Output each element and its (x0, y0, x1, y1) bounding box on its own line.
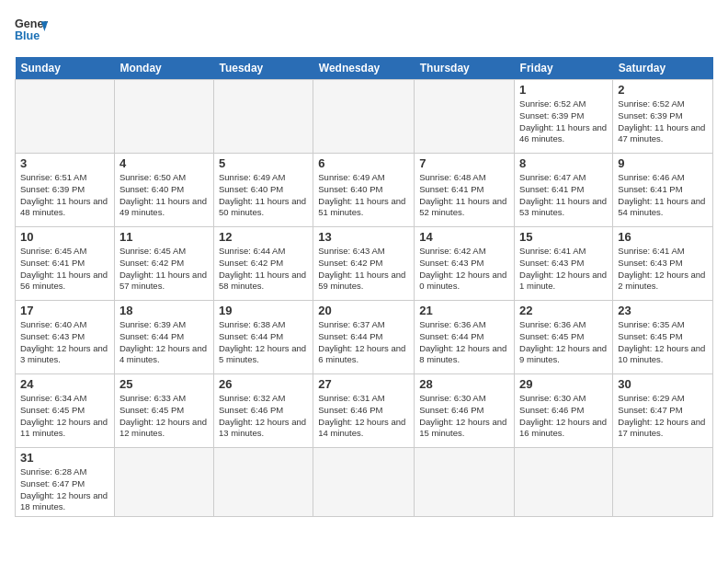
day-info: Sunrise: 6:37 AM Sunset: 6:44 PM Dayligh… (318, 319, 409, 366)
calendar-cell (213, 80, 313, 154)
logo: General Blue (15, 15, 48, 48)
day-info: Sunrise: 6:28 AM Sunset: 6:47 PM Dayligh… (20, 466, 109, 513)
day-info: Sunrise: 6:29 AM Sunset: 6:47 PM Dayligh… (618, 393, 708, 440)
day-info: Sunrise: 6:49 AM Sunset: 6:40 PM Dayligh… (318, 172, 409, 219)
day-number: 27 (318, 377, 409, 391)
calendar-cell: 31Sunrise: 6:28 AM Sunset: 6:47 PM Dayli… (16, 448, 115, 517)
day-number: 28 (419, 377, 509, 391)
calendar-cell: 15Sunrise: 6:41 AM Sunset: 6:43 PM Dayli… (515, 227, 613, 301)
day-info: Sunrise: 6:36 AM Sunset: 6:45 PM Dayligh… (519, 319, 608, 366)
calendar-cell (313, 448, 415, 517)
day-info: Sunrise: 6:50 AM Sunset: 6:40 PM Dayligh… (119, 172, 209, 219)
calendar-cell: 3Sunrise: 6:51 AM Sunset: 6:39 PM Daylig… (16, 154, 115, 227)
day-number: 17 (20, 304, 109, 317)
day-number: 8 (519, 156, 608, 170)
day-info: Sunrise: 6:35 AM Sunset: 6:45 PM Dayligh… (618, 319, 708, 366)
day-info: Sunrise: 6:52 AM Sunset: 6:39 PM Dayligh… (519, 98, 608, 145)
day-number: 10 (20, 230, 109, 244)
day-info: Sunrise: 6:44 AM Sunset: 6:42 PM Dayligh… (219, 246, 308, 293)
day-info: Sunrise: 6:52 AM Sunset: 6:39 PM Dayligh… (618, 98, 708, 145)
day-number: 22 (519, 304, 608, 317)
day-number: 9 (618, 156, 708, 170)
day-number: 23 (618, 304, 708, 317)
day-number: 1 (519, 83, 608, 97)
day-info: Sunrise: 6:49 AM Sunset: 6:40 PM Dayligh… (219, 172, 308, 219)
logo-icon: General Blue (15, 15, 48, 48)
day-info: Sunrise: 6:30 AM Sunset: 6:46 PM Dayligh… (419, 393, 509, 440)
day-info: Sunrise: 6:51 AM Sunset: 6:39 PM Dayligh… (20, 172, 109, 219)
calendar-cell: 8Sunrise: 6:47 AM Sunset: 6:41 PM Daylig… (515, 154, 613, 227)
calendar-cell (114, 448, 213, 517)
calendar-cell (213, 448, 313, 517)
calendar-cell: 28Sunrise: 6:30 AM Sunset: 6:46 PM Dayli… (415, 374, 515, 448)
calendar-cell: 24Sunrise: 6:34 AM Sunset: 6:45 PM Dayli… (16, 374, 115, 448)
day-number: 13 (318, 230, 409, 244)
calendar-cell: 26Sunrise: 6:32 AM Sunset: 6:46 PM Dayli… (213, 374, 313, 448)
day-number: 25 (119, 377, 209, 391)
day-number: 19 (219, 304, 308, 317)
calendar-cell: 20Sunrise: 6:37 AM Sunset: 6:44 PM Dayli… (313, 301, 415, 374)
day-number: 29 (519, 377, 608, 391)
calendar-cell: 2Sunrise: 6:52 AM Sunset: 6:39 PM Daylig… (613, 80, 713, 154)
day-info: Sunrise: 6:48 AM Sunset: 6:41 PM Dayligh… (419, 172, 509, 219)
calendar-cell: 30Sunrise: 6:29 AM Sunset: 6:47 PM Dayli… (613, 374, 713, 448)
day-info: Sunrise: 6:36 AM Sunset: 6:44 PM Dayligh… (419, 319, 509, 366)
header-monday: Monday (114, 57, 213, 80)
day-number: 6 (318, 156, 409, 170)
day-number: 18 (119, 304, 209, 317)
page-header: General Blue (15, 15, 713, 48)
calendar-cell: 25Sunrise: 6:33 AM Sunset: 6:45 PM Dayli… (114, 374, 213, 448)
calendar-cell: 7Sunrise: 6:48 AM Sunset: 6:41 PM Daylig… (415, 154, 515, 227)
day-info: Sunrise: 6:45 AM Sunset: 6:41 PM Dayligh… (20, 246, 109, 293)
day-number: 2 (618, 83, 708, 97)
day-info: Sunrise: 6:33 AM Sunset: 6:45 PM Dayligh… (119, 393, 209, 440)
calendar-cell: 19Sunrise: 6:38 AM Sunset: 6:44 PM Dayli… (213, 301, 313, 374)
calendar-cell: 21Sunrise: 6:36 AM Sunset: 6:44 PM Dayli… (415, 301, 515, 374)
day-info: Sunrise: 6:45 AM Sunset: 6:42 PM Dayligh… (119, 246, 209, 293)
day-info: Sunrise: 6:40 AM Sunset: 6:43 PM Dayligh… (20, 319, 109, 366)
calendar-cell: 18Sunrise: 6:39 AM Sunset: 6:44 PM Dayli… (114, 301, 213, 374)
day-number: 31 (20, 451, 109, 465)
calendar-cell: 29Sunrise: 6:30 AM Sunset: 6:46 PM Dayli… (515, 374, 613, 448)
calendar-cell: 11Sunrise: 6:45 AM Sunset: 6:42 PM Dayli… (114, 227, 213, 301)
day-number: 21 (419, 304, 509, 317)
day-number: 12 (219, 230, 308, 244)
calendar-cell: 13Sunrise: 6:43 AM Sunset: 6:42 PM Dayli… (313, 227, 415, 301)
day-number: 11 (119, 230, 209, 244)
calendar-cell (415, 448, 515, 517)
day-number: 14 (419, 230, 509, 244)
calendar-week-0: 1Sunrise: 6:52 AM Sunset: 6:39 PM Daylig… (16, 80, 713, 154)
day-number: 3 (20, 156, 109, 170)
day-number: 24 (20, 377, 109, 391)
calendar-cell: 10Sunrise: 6:45 AM Sunset: 6:41 PM Dayli… (16, 227, 115, 301)
day-info: Sunrise: 6:34 AM Sunset: 6:45 PM Dayligh… (20, 393, 109, 440)
calendar-cell (16, 80, 115, 154)
day-number: 30 (618, 377, 708, 391)
day-info: Sunrise: 6:39 AM Sunset: 6:44 PM Dayligh… (119, 319, 209, 366)
day-info: Sunrise: 6:31 AM Sunset: 6:46 PM Dayligh… (318, 393, 409, 440)
header-tuesday: Tuesday (213, 57, 313, 80)
day-info: Sunrise: 6:43 AM Sunset: 6:42 PM Dayligh… (318, 246, 409, 293)
day-number: 4 (119, 156, 209, 170)
day-number: 16 (618, 230, 708, 244)
day-info: Sunrise: 6:32 AM Sunset: 6:46 PM Dayligh… (219, 393, 308, 440)
calendar-cell: 17Sunrise: 6:40 AM Sunset: 6:43 PM Dayli… (16, 301, 115, 374)
calendar-week-3: 17Sunrise: 6:40 AM Sunset: 6:43 PM Dayli… (16, 301, 713, 374)
calendar-cell: 1Sunrise: 6:52 AM Sunset: 6:39 PM Daylig… (515, 80, 613, 154)
calendar-cell (515, 448, 613, 517)
calendar-cell: 12Sunrise: 6:44 AM Sunset: 6:42 PM Dayli… (213, 227, 313, 301)
day-info: Sunrise: 6:42 AM Sunset: 6:43 PM Dayligh… (419, 246, 509, 293)
calendar-week-1: 3Sunrise: 6:51 AM Sunset: 6:39 PM Daylig… (16, 154, 713, 227)
header-wednesday: Wednesday (313, 57, 415, 80)
header-friday: Friday (515, 57, 613, 80)
day-info: Sunrise: 6:38 AM Sunset: 6:44 PM Dayligh… (219, 319, 308, 366)
calendar-cell: 6Sunrise: 6:49 AM Sunset: 6:40 PM Daylig… (313, 154, 415, 227)
calendar-header-row: SundayMondayTuesdayWednesdayThursdayFrid… (16, 57, 713, 80)
svg-text:Blue: Blue (15, 29, 40, 42)
day-number: 26 (219, 377, 308, 391)
calendar-cell: 23Sunrise: 6:35 AM Sunset: 6:45 PM Dayli… (613, 301, 713, 374)
calendar-week-2: 10Sunrise: 6:45 AM Sunset: 6:41 PM Dayli… (16, 227, 713, 301)
day-number: 20 (318, 304, 409, 317)
calendar-cell: 27Sunrise: 6:31 AM Sunset: 6:46 PM Dayli… (313, 374, 415, 448)
calendar-cell: 22Sunrise: 6:36 AM Sunset: 6:45 PM Dayli… (515, 301, 613, 374)
